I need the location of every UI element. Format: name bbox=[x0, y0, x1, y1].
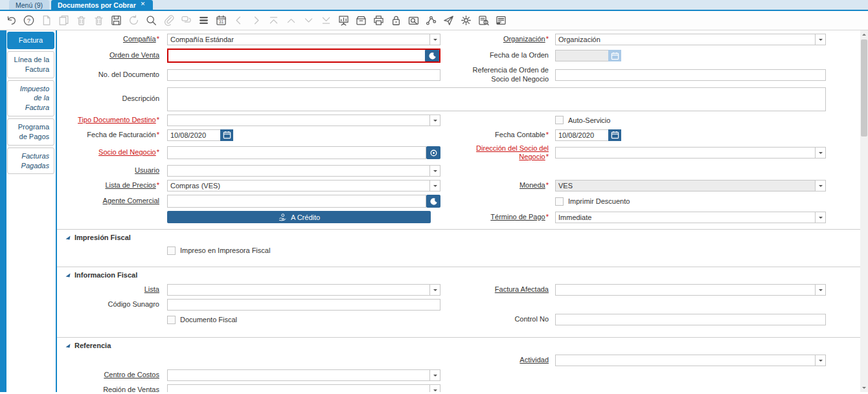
partner-location-select[interactable] bbox=[555, 147, 826, 159]
sales-order-label[interactable]: Orden de Venta bbox=[109, 51, 159, 59]
scroll-up-arrow-icon[interactable] bbox=[860, 30, 868, 39]
lock-icon[interactable] bbox=[390, 14, 402, 27]
sales-rep-field[interactable] bbox=[167, 195, 440, 208]
section-informacion-fiscal-header[interactable]: Informacion Fiscal bbox=[57, 269, 860, 284]
price-list-input[interactable] bbox=[167, 180, 429, 192]
list-label[interactable]: Lista bbox=[144, 285, 159, 293]
self-service-checkbox[interactable] bbox=[555, 116, 564, 124]
tab-menu[interactable]: Menú (9) bbox=[9, 0, 49, 10]
affected-invoice-input[interactable] bbox=[555, 284, 815, 296]
payment-term-input[interactable] bbox=[555, 212, 815, 223]
preferences-icon[interactable] bbox=[460, 14, 472, 27]
document-no-field[interactable] bbox=[167, 69, 440, 81]
account-date-calendar-button[interactable] bbox=[608, 129, 621, 141]
help-icon[interactable]: ? bbox=[23, 14, 35, 27]
affected-invoice-select[interactable] bbox=[555, 284, 826, 296]
chevron-down-icon[interactable] bbox=[429, 34, 440, 45]
sales-region-label[interactable]: Región de Ventas bbox=[103, 386, 159, 392]
grid-toggle-icon[interactable] bbox=[198, 14, 210, 27]
cost-center-label[interactable]: Centro de Costos bbox=[104, 371, 159, 378]
sunagro-code-field[interactable] bbox=[167, 299, 440, 311]
chevron-down-icon[interactable] bbox=[815, 284, 826, 296]
sales-rep-label[interactable]: Agente Comercial bbox=[103, 197, 159, 204]
request-icon[interactable] bbox=[442, 14, 455, 27]
payment-term-label[interactable]: Término de Pago bbox=[490, 213, 545, 221]
account-date-field[interactable] bbox=[555, 129, 621, 141]
chevron-down-icon[interactable] bbox=[429, 384, 440, 392]
sales-rep-input[interactable] bbox=[167, 195, 426, 208]
section-referencia-header[interactable]: Referencia bbox=[57, 340, 860, 355]
chevron-down-icon[interactable] bbox=[429, 284, 440, 296]
cost-center-input[interactable] bbox=[167, 369, 429, 381]
user-select[interactable] bbox=[167, 165, 440, 177]
business-partner-field[interactable] bbox=[167, 146, 440, 159]
invoice-date-calendar-button[interactable] bbox=[220, 129, 233, 141]
affected-invoice-label[interactable]: Factura Afectada bbox=[495, 285, 549, 293]
company-label[interactable]: Compañía bbox=[123, 35, 156, 43]
fiscal-document-checkbox[interactable] bbox=[167, 316, 176, 324]
invoice-date-input[interactable] bbox=[167, 129, 220, 141]
sidebar-tab-factura[interactable]: Factura bbox=[7, 32, 54, 49]
report-icon[interactable] bbox=[337, 14, 350, 27]
chevron-down-icon[interactable] bbox=[815, 212, 826, 223]
chevron-down-icon[interactable] bbox=[429, 180, 440, 192]
sales-order-zoom-button[interactable] bbox=[425, 50, 439, 61]
section-impresion-fiscal-header[interactable]: Impresión Fiscal bbox=[57, 232, 860, 246]
chevron-down-icon[interactable] bbox=[429, 165, 440, 177]
undo-icon[interactable] bbox=[5, 14, 17, 27]
sales-order-input[interactable] bbox=[168, 50, 425, 61]
user-input[interactable] bbox=[167, 165, 429, 177]
organization-label[interactable]: Organización bbox=[503, 35, 545, 43]
description-textarea[interactable] bbox=[167, 87, 826, 111]
organization-select[interactable] bbox=[555, 34, 826, 45]
chevron-down-icon[interactable] bbox=[429, 115, 440, 126]
workflow-icon[interactable] bbox=[425, 14, 437, 27]
sales-region-input[interactable] bbox=[167, 384, 429, 392]
product-info-icon[interactable] bbox=[477, 14, 490, 27]
print-discount-checkbox[interactable] bbox=[555, 197, 564, 206]
vertical-scrollbar[interactable] bbox=[860, 30, 868, 392]
zoom-across-icon[interactable] bbox=[407, 14, 420, 27]
scrollbar-thumb[interactable] bbox=[861, 39, 867, 137]
sidebar-tab-impuesto-factura[interactable]: Impuesto de la Factura bbox=[7, 80, 54, 117]
save-icon[interactable] bbox=[110, 14, 122, 27]
payment-term-select[interactable] bbox=[555, 212, 826, 223]
fiscal-printed-checkbox[interactable] bbox=[167, 246, 176, 255]
user-label[interactable]: Usuario bbox=[135, 166, 159, 174]
sales-region-select[interactable] bbox=[167, 384, 440, 392]
archive-icon[interactable] bbox=[355, 14, 367, 27]
list-select[interactable] bbox=[167, 284, 440, 296]
sales-order-field[interactable] bbox=[167, 49, 440, 63]
company-input[interactable] bbox=[167, 34, 429, 45]
business-partner-input[interactable] bbox=[167, 146, 426, 159]
on-credit-button[interactable]: A Crédito bbox=[167, 211, 431, 223]
history-icon[interactable]: 31 bbox=[215, 14, 227, 27]
order-reference-field[interactable] bbox=[555, 69, 826, 81]
sales-rep-zoom-button[interactable] bbox=[426, 195, 440, 208]
price-list-select[interactable] bbox=[167, 180, 440, 192]
target-document-type-input[interactable] bbox=[167, 115, 429, 126]
print-icon[interactable] bbox=[372, 14, 385, 27]
price-list-label[interactable]: Lista de Precios bbox=[105, 181, 155, 189]
chevron-down-icon[interactable] bbox=[815, 147, 826, 159]
chevron-down-icon[interactable] bbox=[429, 369, 440, 381]
company-select[interactable] bbox=[167, 34, 440, 45]
sidebar-tab-programa-pagos[interactable]: Programa de Pagos bbox=[7, 118, 54, 146]
business-partner-label[interactable]: Socio del Negocio bbox=[98, 148, 156, 156]
close-icon[interactable] bbox=[141, 2, 146, 8]
invoice-date-field[interactable] bbox=[167, 129, 233, 141]
tab-documentos-por-cobrar[interactable]: Documentos por Cobrar bbox=[51, 0, 153, 10]
target-document-type-select[interactable] bbox=[167, 115, 440, 126]
organization-input[interactable] bbox=[555, 34, 815, 45]
control-no-field[interactable] bbox=[555, 314, 826, 325]
find-icon[interactable] bbox=[145, 14, 157, 27]
account-date-input[interactable] bbox=[555, 129, 608, 141]
target-document-type-label[interactable]: Tipo Documento Destino bbox=[78, 116, 156, 124]
activity-select[interactable] bbox=[555, 355, 826, 366]
activity-label[interactable]: Actividad bbox=[520, 356, 549, 364]
currency-label[interactable]: Moneda bbox=[520, 181, 545, 189]
scroll-down-arrow-icon[interactable] bbox=[860, 384, 868, 392]
list-input[interactable] bbox=[167, 284, 429, 296]
window-icon[interactable] bbox=[495, 14, 507, 27]
chevron-down-icon[interactable] bbox=[815, 355, 826, 366]
